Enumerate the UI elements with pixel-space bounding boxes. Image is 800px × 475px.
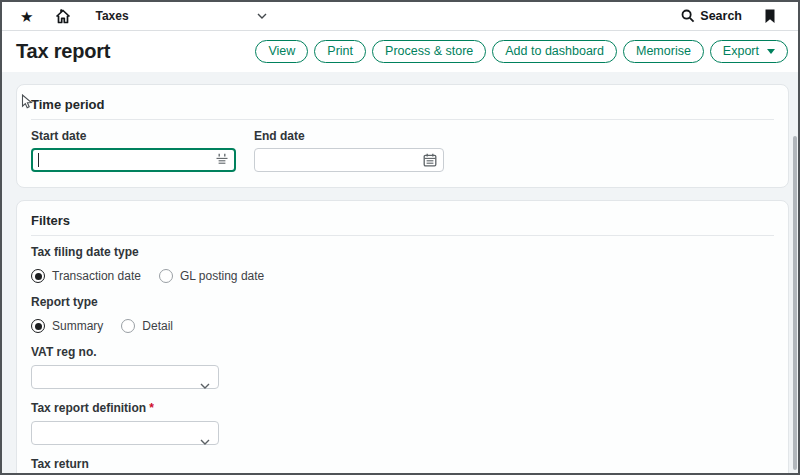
add-to-dashboard-button[interactable]: Add to dashboard bbox=[492, 40, 617, 63]
chevron-down-icon[interactable] bbox=[257, 13, 267, 19]
radio-icon bbox=[31, 319, 45, 333]
radio-detail[interactable]: Detail bbox=[121, 319, 173, 333]
text-cursor bbox=[38, 153, 39, 167]
tax-return-label: Tax return bbox=[31, 457, 774, 471]
radio-label: Detail bbox=[142, 319, 173, 333]
filters-heading: Filters bbox=[31, 209, 774, 236]
end-date-input[interactable] bbox=[254, 148, 444, 172]
export-button[interactable]: Export bbox=[710, 40, 788, 63]
page-content: Time period Start date End date bbox=[2, 72, 798, 473]
filters-title: Filters bbox=[31, 213, 70, 228]
action-buttons: View Print Process & store Add to dashbo… bbox=[255, 40, 788, 63]
filters-card: Filters Tax filing date type Transaction… bbox=[16, 200, 789, 475]
favorite-star-icon[interactable]: ★ bbox=[20, 9, 33, 24]
app-window: ★ Taxes Search Tax report View Print Pro… bbox=[0, 0, 800, 475]
tax-report-definition-select[interactable] bbox=[31, 421, 219, 445]
print-button[interactable]: Print bbox=[314, 40, 366, 63]
radio-label: Transaction date bbox=[52, 269, 141, 283]
required-marker: * bbox=[149, 401, 154, 415]
start-date-input[interactable] bbox=[31, 148, 236, 172]
vat-reg-no-label: VAT reg no. bbox=[31, 345, 774, 359]
radio-summary[interactable]: Summary bbox=[31, 319, 103, 333]
radio-label: GL posting date bbox=[180, 269, 264, 283]
top-nav: ★ Taxes Search bbox=[2, 2, 798, 30]
page-title: Tax report bbox=[16, 40, 255, 63]
export-label: Export bbox=[723, 44, 759, 58]
time-period-card: Time period Start date End date bbox=[16, 84, 789, 188]
home-icon[interactable] bbox=[55, 9, 71, 24]
view-button[interactable]: View bbox=[255, 40, 308, 63]
tax-report-definition-label: Tax report definition* bbox=[31, 401, 774, 415]
vertical-scrollbar[interactable] bbox=[793, 136, 797, 470]
radio-icon bbox=[159, 269, 173, 283]
time-period-heading: Time period bbox=[31, 93, 774, 120]
chevron-down-icon bbox=[200, 375, 210, 393]
start-date-label: Start date bbox=[31, 129, 236, 143]
vat-reg-no-select[interactable] bbox=[31, 365, 219, 389]
report-type-label: Report type bbox=[31, 295, 774, 309]
radio-gl-posting-date[interactable]: GL posting date bbox=[159, 269, 264, 283]
radio-icon bbox=[31, 269, 45, 283]
bookmark-icon[interactable] bbox=[764, 9, 776, 24]
search-icon bbox=[681, 9, 695, 23]
search-label: Search bbox=[700, 9, 742, 23]
radio-transaction-date[interactable]: Transaction date bbox=[31, 269, 141, 283]
process-store-button[interactable]: Process & store bbox=[372, 40, 486, 63]
caret-down-icon bbox=[767, 49, 775, 54]
chevron-down-icon bbox=[200, 431, 210, 449]
time-period-title: Time period bbox=[31, 97, 104, 112]
tax-filing-date-type-group: Transaction date GL posting date bbox=[31, 269, 774, 283]
tax-filing-date-type-label: Tax filing date type bbox=[31, 245, 774, 259]
mouse-cursor-icon bbox=[21, 94, 34, 113]
date-row: Start date End date bbox=[31, 129, 774, 172]
search-button[interactable]: Search bbox=[681, 9, 742, 23]
radio-icon bbox=[121, 319, 135, 333]
title-bar: Tax report View Print Process & store Ad… bbox=[2, 30, 798, 72]
report-type-group: Summary Detail bbox=[31, 319, 774, 333]
radio-label: Summary bbox=[52, 319, 103, 333]
end-date-label: End date bbox=[254, 129, 444, 143]
nav-menu-taxes[interactable]: Taxes bbox=[95, 9, 128, 23]
label-text: Tax report definition bbox=[31, 401, 146, 415]
memorise-button[interactable]: Memorise bbox=[623, 40, 704, 63]
